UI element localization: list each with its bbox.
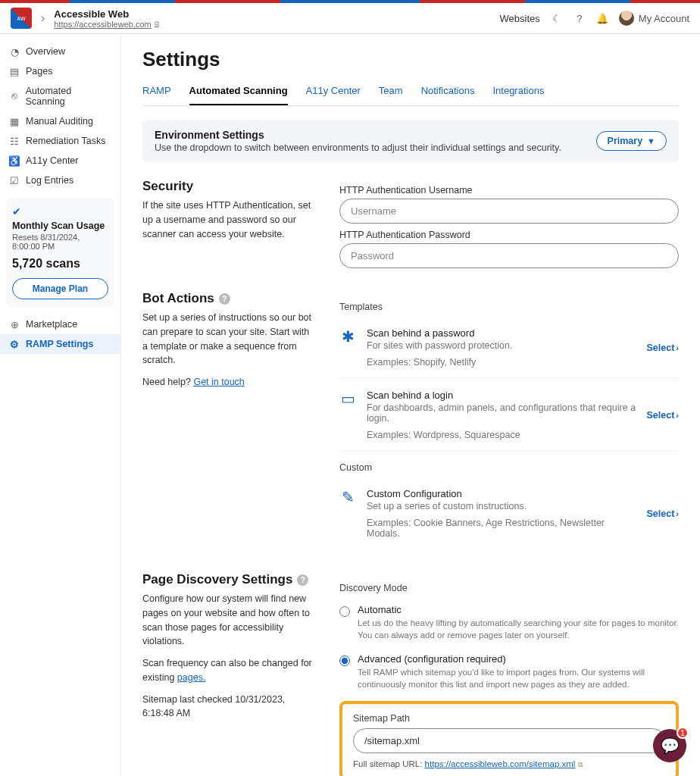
discovery-freq-note: Scan frequency can also be changed for e… (142, 656, 317, 685)
site-url-link[interactable]: https://accessibleweb.com ⧉ (54, 20, 158, 29)
chevron-right-icon: › (41, 11, 45, 25)
automatic-radio[interactable] (339, 606, 350, 617)
sidebar-item-overview[interactable]: ◔Overview (0, 42, 120, 61)
moon-icon[interactable]: ☾ (551, 12, 563, 24)
sitemap-last-checked: Sitemap last checked 10/31/2023, 6:18:48… (142, 693, 317, 721)
template-login: ▭ Scan behind a login For dashboards, ad… (339, 379, 679, 452)
gauge-icon: ◔ (9, 46, 20, 57)
http-user-label: HTTP Authentication Username (339, 185, 679, 196)
page-title: Settings (142, 48, 679, 71)
template-desc: Set up a series of custom instructions. (367, 501, 636, 512)
http-pass-label: HTTP Authentication Password (339, 230, 679, 240)
advanced-radio[interactable] (339, 656, 350, 666)
header: AW › Accessible Web https://accessiblewe… (0, 3, 700, 34)
sidebar-item-automated-scanning[interactable]: ⎋Automated Scanning (0, 81, 120, 111)
tab-automated-scanning[interactable]: Automated Scanning (189, 85, 288, 105)
chevron-right-icon: › (676, 411, 679, 420)
window-icon: ▭ (339, 390, 356, 408)
radio-title: Automatic (358, 604, 679, 615)
usage-resets: Resets 8/31/2024, 8:00:00 PM (12, 233, 108, 251)
sidebar-item-marketplace[interactable]: ⊕Marketplace (0, 314, 120, 334)
settings-tabs: RAMP Automated Scanning A11y Center Team… (142, 85, 679, 106)
usage-title: Monthly Scan Usage (12, 221, 108, 231)
http-pass-input[interactable] (339, 243, 679, 268)
radio-title: Advanced (configuration required) (358, 653, 679, 665)
audit-icon: ▦ (9, 116, 20, 127)
tab-team[interactable]: Team (379, 85, 403, 105)
sidebar: ◔Overview ▤Pages ⎋Automated Scanning ▦Ma… (0, 34, 121, 776)
manage-plan-button[interactable]: Manage Plan (12, 278, 108, 299)
tasks-icon: ☷ (9, 136, 20, 146)
template-title: Scan behind a login (367, 390, 636, 401)
external-link-icon: ⧉ (155, 20, 159, 28)
environment-dropdown[interactable]: Primary▼ (596, 131, 667, 151)
sidebar-item-remediation[interactable]: ☷Remediation Tasks (0, 131, 120, 151)
template-desc: For sites with password protection. (367, 340, 636, 351)
tab-ramp[interactable]: RAMP (142, 85, 171, 105)
site-name: Accessible Web (54, 8, 158, 20)
bot-heading: Bot Actions? (142, 291, 317, 306)
bot-desc: Set up a series of instructions so our b… (142, 311, 317, 368)
template-title: Scan behind a password (367, 327, 636, 339)
usage-scans: 5,720 scans (12, 257, 108, 271)
discovery-mode-label: Discovery Mode (339, 583, 679, 593)
websites-link[interactable]: Websites (500, 13, 540, 24)
template-examples: Examples: Shopify, Netlify (367, 357, 636, 368)
security-heading: Security (142, 179, 317, 194)
template-password: ✱ Scan behind a password For sites with … (339, 317, 679, 379)
select-template-button[interactable]: Select› (646, 508, 679, 519)
security-section: Security If the site uses HTTP Authentic… (142, 179, 679, 268)
sidebar-item-log[interactable]: ☑Log Entries (0, 171, 120, 190)
template-title: Custom Configuration (367, 488, 636, 499)
http-user-input[interactable] (339, 199, 679, 224)
sidebar-item-a11y-center[interactable]: ♿A11y Center (0, 151, 120, 171)
bell-icon[interactable]: 🔔 (596, 12, 608, 24)
env-title: Environment Settings (155, 129, 586, 141)
template-examples: Examples: Wordpress, Squarespace (367, 430, 636, 440)
sitemap-full-url: Full sitemap URL: https://accessibleweb.… (353, 759, 665, 769)
sidebar-item-pages[interactable]: ▤Pages (0, 61, 120, 81)
select-template-button[interactable]: Select› (646, 410, 679, 421)
caret-down-icon: ▼ (647, 136, 655, 146)
tab-a11y-center[interactable]: A11y Center (306, 85, 361, 105)
environment-banner: Environment Settings Use the dropdown to… (142, 120, 679, 162)
pages-link[interactable]: pages. (177, 672, 206, 683)
asterisk-icon: ✱ (339, 327, 356, 346)
template-desc: For dashboards, admin panels, and config… (367, 402, 636, 424)
chat-icon: 💬 (661, 737, 680, 755)
help-tooltip-icon[interactable]: ? (219, 293, 230, 305)
sidebar-item-manual-auditing[interactable]: ▦Manual Auditing (0, 111, 120, 131)
main-content: Settings RAMP Automated Scanning A11y Ce… (121, 34, 700, 776)
sitemap-url-link[interactable]: https://accessibleweb.com/sitemap.xml (425, 759, 576, 768)
radio-desc: Tell RAMP which sitemap you'd like to im… (358, 666, 679, 690)
account-menu[interactable]: My Account (619, 11, 689, 26)
sitemap-highlight: Sitemap Path Full sitemap URL: https://a… (339, 701, 679, 776)
help-tooltip-icon[interactable]: ? (297, 574, 308, 586)
scan-icon: ⎋ (9, 91, 20, 102)
check-circle-icon: ✔ (12, 205, 108, 217)
security-desc: If the site uses HTTP Authentication, se… (142, 199, 317, 241)
help-icon[interactable]: ? (573, 12, 586, 24)
bot-help: Need help? Get in touch (142, 375, 317, 390)
discovery-advanced[interactable]: Advanced (configuration required) Tell R… (339, 647, 679, 696)
chevron-right-icon: › (676, 343, 679, 352)
sidebar-item-ramp-settings[interactable]: ⚙RAMP Settings (0, 334, 120, 354)
log-icon: ☑ (9, 175, 20, 186)
tab-notifications[interactable]: Notifications (421, 85, 475, 105)
discovery-automatic[interactable]: Automatic Let us do the heavy lifting by… (339, 598, 679, 647)
page-icon: ▤ (9, 66, 20, 77)
bot-section: Bot Actions? Set up a series of instruct… (142, 291, 679, 549)
sitemap-path-input[interactable] (353, 728, 665, 753)
sitemap-path-label: Sitemap Path (353, 713, 665, 724)
radio-desc: Let us do the heavy lifting by automatic… (358, 617, 679, 641)
usage-panel: ✔ Monthly Scan Usage Resets 8/31/2024, 8… (6, 198, 114, 307)
template-examples: Examples: Cookie Banners, Age Restrictio… (367, 518, 636, 539)
discovery-heading: Page Discovery Settings? (142, 572, 317, 587)
tab-integrations[interactable]: Integrations (492, 85, 544, 105)
a11y-icon: ♿ (9, 155, 20, 166)
site-block: Accessible Web https://accessibleweb.com… (54, 8, 158, 29)
select-template-button[interactable]: Select› (646, 343, 679, 353)
chat-fab[interactable]: 💬 1 (653, 729, 686, 762)
get-in-touch-link[interactable]: Get in touch (193, 377, 244, 387)
templates-label: Templates (339, 302, 679, 312)
